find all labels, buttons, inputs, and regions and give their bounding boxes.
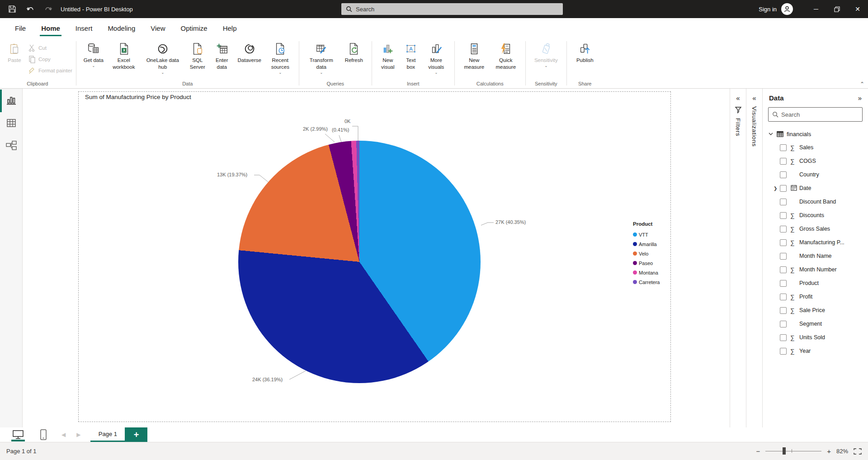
field-checkbox[interactable] [780, 280, 787, 287]
text-box-button[interactable]: A Text box [402, 40, 420, 71]
field-row[interactable]: ∑Discounts [763, 209, 868, 222]
menu-item-modeling[interactable]: Modeling [100, 19, 143, 37]
new-visual-button[interactable]: New visual [377, 40, 398, 71]
format-painter-button[interactable]: Format painter [28, 65, 72, 76]
fit-to-page-icon[interactable] [854, 448, 862, 455]
field-checkbox[interactable] [780, 334, 787, 341]
sensitivity-button[interactable]: Sensitivity⌄ [531, 40, 561, 68]
field-checkbox[interactable] [780, 294, 787, 300]
publish-button[interactable]: Publish [572, 40, 598, 64]
save-icon[interactable] [6, 3, 18, 15]
expand-visualizations-icon[interactable]: « [752, 94, 756, 102]
menu-item-file[interactable]: File [7, 19, 33, 37]
expand-filters-icon[interactable]: « [736, 94, 740, 102]
field-checkbox[interactable] [780, 321, 787, 327]
zoom-slider[interactable] [765, 451, 821, 451]
field-row[interactable]: ∑Units Sold [763, 331, 868, 344]
field-checkbox[interactable] [780, 226, 787, 232]
zoom-slider-handle[interactable] [783, 447, 786, 455]
desktop-layout-button[interactable] [11, 428, 25, 441]
collapse-ribbon-button[interactable]: ⌃ [860, 81, 864, 87]
field-checkbox[interactable] [780, 266, 787, 273]
field-checkbox[interactable] [780, 212, 787, 219]
field-row[interactable]: ∑Sale Price [763, 304, 868, 317]
field-checkbox[interactable] [780, 253, 787, 260]
field-checkbox[interactable] [780, 158, 787, 165]
quick-measure-button[interactable]: Quick measure [492, 40, 520, 71]
field-row[interactable]: ∑Profit [763, 290, 868, 304]
refresh-button[interactable]: Refresh [342, 40, 366, 64]
field-row[interactable]: ∑Gross Sales [763, 222, 868, 236]
undo-icon[interactable] [24, 3, 36, 15]
data-search-input[interactable] [781, 111, 858, 118]
dataverse-button[interactable]: Dataverse [236, 40, 264, 64]
menu-item-home[interactable]: Home [33, 19, 68, 37]
field-row[interactable]: Country [763, 168, 868, 181]
chevron-down-icon[interactable] [768, 131, 774, 137]
field-row[interactable]: ∑Manufacturing P... [763, 236, 868, 249]
account-avatar[interactable] [781, 3, 793, 15]
field-checkbox[interactable] [780, 348, 787, 355]
field-row[interactable]: Discount Band [763, 195, 868, 209]
more-visuals-button[interactable]: More visuals⌄ [424, 40, 449, 75]
recent-sources-button[interactable]: Recent sources⌄ [267, 40, 293, 75]
legend-item[interactable]: VTT [633, 230, 660, 239]
table-view-button[interactable] [5, 117, 18, 129]
transform-data-button[interactable]: Transform data⌄ [305, 40, 338, 75]
zoom-out-button[interactable]: − [756, 447, 760, 455]
new-measure-button[interactable]: New measure [460, 40, 488, 71]
previous-page-arrow[interactable]: ◀ [61, 432, 66, 438]
field-checkbox[interactable] [780, 307, 787, 314]
new-page-button[interactable]: + [125, 427, 147, 442]
legend-item[interactable]: Paseo [633, 258, 660, 268]
pie-chart-visual[interactable]: Sum of Manufacturing Price by Product 27… [78, 91, 671, 422]
field-row[interactable]: ∑COGS [763, 154, 868, 168]
restore-button[interactable] [826, 0, 847, 18]
menu-item-insert[interactable]: Insert [68, 19, 100, 37]
field-row[interactable]: Segment [763, 317, 868, 331]
search-input[interactable] [356, 6, 546, 13]
expand-field-chevron[interactable]: ❯ [774, 186, 780, 191]
legend-item[interactable]: Amarilla [633, 239, 660, 249]
pie-chart[interactable] [238, 141, 481, 383]
report-view-button[interactable] [5, 94, 18, 107]
cut-button[interactable]: Cut [28, 42, 72, 53]
model-view-button[interactable] [5, 139, 18, 152]
menu-item-help[interactable]: Help [215, 19, 245, 37]
paste-button[interactable]: Paste [5, 40, 24, 64]
legend-item[interactable]: Carretera [633, 277, 660, 287]
field-checkbox[interactable] [780, 199, 787, 205]
sql-server-button[interactable]: SQL Server [187, 40, 208, 71]
field-checkbox[interactable] [780, 144, 787, 151]
field-checkbox[interactable] [780, 185, 787, 192]
zoom-in-button[interactable]: + [827, 447, 831, 455]
report-canvas[interactable]: Sum of Manufacturing Price by Product 27… [23, 89, 730, 427]
field-row[interactable]: Month Name [763, 249, 868, 263]
excel-workbook-button[interactable]: X Excel workbook [109, 40, 139, 71]
field-checkbox[interactable] [780, 171, 787, 178]
collapse-data-pane-icon[interactable]: » [858, 94, 862, 102]
legend-item[interactable]: Montana [633, 268, 660, 277]
field-row[interactable]: Product [763, 276, 868, 290]
field-checkbox[interactable] [780, 239, 787, 246]
field-row[interactable]: ∑Sales [763, 141, 868, 154]
page-tab[interactable]: Page 1 [90, 427, 125, 442]
copy-button[interactable]: Copy [28, 53, 72, 65]
minimize-button[interactable]: ─ [806, 0, 826, 18]
menu-item-optimize[interactable]: Optimize [173, 19, 215, 37]
data-search-box[interactable] [768, 107, 863, 122]
get-data-button[interactable]: Get data⌄ [82, 40, 105, 68]
table-node-financials[interactable]: financials [763, 127, 868, 141]
legend-item[interactable]: Velo [633, 249, 660, 258]
mobile-layout-button[interactable] [36, 428, 51, 441]
close-button[interactable]: ✕ [847, 0, 868, 18]
filters-pane-title[interactable]: Filters [735, 118, 741, 136]
visualizations-pane-title[interactable]: Visualizations [751, 106, 758, 147]
next-page-arrow[interactable]: ▶ [76, 432, 80, 438]
field-row[interactable]: ❯Date [763, 181, 868, 195]
menu-item-view[interactable]: View [143, 19, 173, 37]
field-row[interactable]: ∑Month Number [763, 263, 868, 276]
enter-data-button[interactable]: Enter data [212, 40, 232, 71]
sign-in-button[interactable]: Sign in [759, 6, 777, 13]
onelake-data-hub-button[interactable]: OneLake data hub⌄ [142, 40, 183, 75]
